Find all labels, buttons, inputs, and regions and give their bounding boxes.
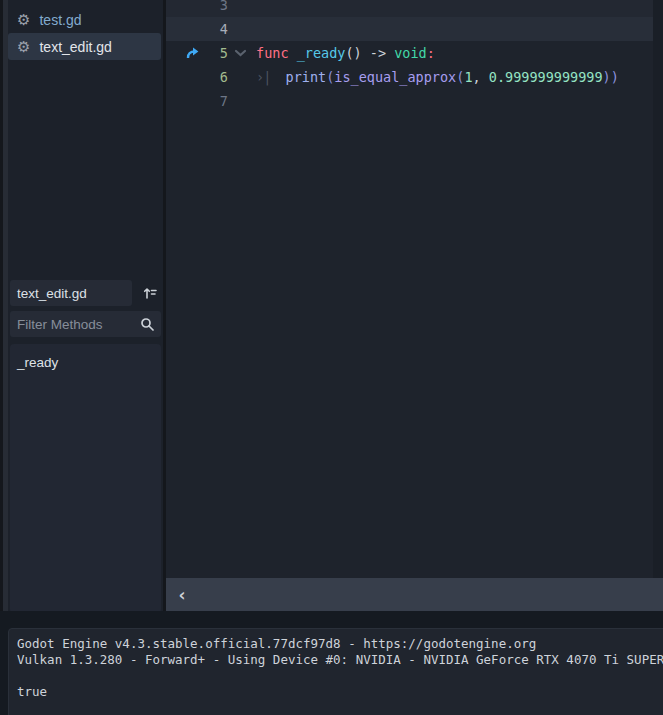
script-list-item[interactable]: ⚙test.gd <box>8 6 161 33</box>
code-token: , <box>473 69 489 85</box>
script-name-label: text_edit.gd <box>39 39 111 55</box>
output-log: Godot Engine v4.3.stable.official.77dcf9… <box>8 628 663 715</box>
line-number[interactable]: 3 <box>196 0 228 13</box>
code-text: ›| print(is_equal_approx(1, 0.9999999999… <box>256 69 619 85</box>
output-line <box>17 668 663 684</box>
search-icon <box>140 317 154 331</box>
current-script-name: text_edit.gd <box>10 280 132 306</box>
current-script-label: text_edit.gd <box>17 286 87 301</box>
output-dock: Godot Engine v4.3.stable.official.77dcf9… <box>0 625 663 715</box>
code-editor[interactable]: 345func _ready() -> void:6›| print(is_eq… <box>166 0 663 578</box>
line-number[interactable]: 4 <box>196 21 228 37</box>
code-line[interactable]: 5func _ready() -> void: <box>166 41 663 65</box>
code-token: is_equal_approx <box>334 69 456 85</box>
code-text: func _ready() -> void: <box>256 45 435 61</box>
scripts-panel: ⚙test.gd⚙text_edit.gd text_edit.gd Filte… <box>8 0 163 613</box>
sort-methods-button[interactable] <box>138 282 162 304</box>
code-line[interactable]: 6›| print(is_equal_approx(1, 0.999999999… <box>166 65 663 89</box>
method-name-label: _ready <box>17 355 58 370</box>
code-line[interactable]: 7 <box>166 89 663 113</box>
editor-vertical-scrollbar[interactable] <box>653 0 663 578</box>
filter-methods-input[interactable]: Filter Methods <box>10 311 161 337</box>
output-line: Vulkan 1.3.280 - Forward+ - Using Device… <box>17 652 663 668</box>
sort-icon <box>142 285 158 301</box>
code-token: print <box>286 69 327 85</box>
code-line[interactable]: 4 <box>166 17 663 41</box>
code-token: () -> <box>345 45 394 61</box>
editor-bottom-bar: ‹ <box>166 578 663 612</box>
code-token: _ready <box>297 45 346 61</box>
line-number[interactable]: 6 <box>196 69 228 85</box>
code-token: : <box>427 45 435 61</box>
method-list: _ready <box>10 344 161 613</box>
output-line: Godot Engine v4.3.stable.official.77dcf9… <box>17 636 663 652</box>
gdscript-gear-icon: ⚙ <box>17 39 30 54</box>
line-number[interactable]: 5 <box>196 45 228 61</box>
gdscript-gear-icon: ⚙ <box>17 12 30 27</box>
code-token: func <box>256 45 289 61</box>
fold-chevron-icon[interactable] <box>234 49 247 57</box>
code-token: )) <box>603 69 619 85</box>
code-token: 1 <box>464 69 472 85</box>
script-list-item[interactable]: ⚙text_edit.gd <box>8 33 161 60</box>
script-name-label: test.gd <box>39 12 81 28</box>
collapse-scripts-panel-button[interactable]: ‹ <box>170 582 194 608</box>
code-token: void <box>394 45 427 61</box>
line-number[interactable]: 7 <box>196 93 228 109</box>
code-token: 0.999999999999 <box>489 69 603 85</box>
output-line: true <box>17 684 663 700</box>
code-line[interactable]: 3 <box>166 0 663 17</box>
tab-marker-icon: ›| <box>256 69 277 85</box>
code-token <box>289 45 297 61</box>
dock-gap <box>0 611 663 625</box>
method-list-item[interactable]: _ready <box>10 350 161 374</box>
godot-script-editor-window: ⚙test.gd⚙text_edit.gd text_edit.gd Filte… <box>0 0 663 715</box>
filter-methods-placeholder: Filter Methods <box>17 317 140 332</box>
